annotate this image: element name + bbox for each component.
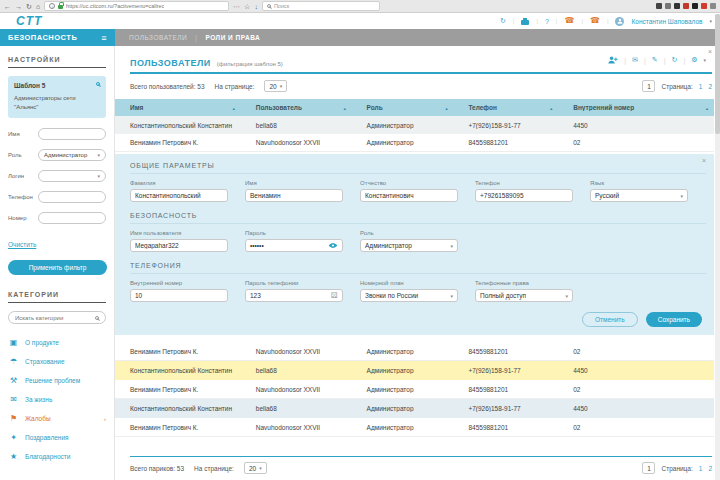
phone-rights-select[interactable]: Полный доступ ▾ [475, 289, 573, 302]
sync-icon[interactable]: ↻ [500, 17, 506, 25]
table-row[interactable]: Константинопольский Константин bella68 А… [115, 399, 714, 418]
filter-login-select[interactable]: ▾ [38, 170, 106, 182]
category-insurance[interactable]: ☂ Страхование [8, 352, 106, 371]
user-menu[interactable]: Константин Шаповалов [631, 18, 702, 25]
col-name[interactable]: Имя ▲▼ [115, 104, 241, 111]
categories-search[interactable] [8, 311, 106, 324]
gear-icon[interactable]: ⚙ [691, 56, 697, 64]
table-row[interactable]: Вениамин Петрович К. Navuhodonosor XXVII… [115, 134, 714, 152]
middlename-field[interactable] [365, 192, 453, 199]
extension-icon[interactable] [656, 3, 662, 9]
mail-icon[interactable]: ✉ [632, 56, 638, 64]
bookmark-star-icon[interactable]: ☆ [244, 3, 250, 10]
category-congrats[interactable]: ✦ Поздравления [8, 428, 106, 447]
home-icon[interactable]: ⌂ [36, 3, 40, 10]
module-security[interactable]: БЕЗОПАСНОСТЬ ≡ [0, 29, 115, 46]
filter-phone-input[interactable] [44, 194, 100, 200]
firstname-field[interactable] [250, 192, 338, 199]
forward-icon[interactable]: → [15, 3, 22, 10]
filter-role-select[interactable]: Администратор ▾ [38, 149, 106, 161]
back-icon[interactable]: ← [4, 3, 11, 10]
tel-password-field[interactable] [250, 292, 312, 299]
role-select[interactable]: Администратор ▾ [360, 239, 458, 252]
extension-icon[interactable] [665, 3, 671, 9]
avatar[interactable] [615, 17, 624, 26]
close-icon[interactable]: × [702, 157, 706, 164]
url-bar[interactable]: i https://uc.cttcom.ru/?activemenu=callr… [44, 1, 229, 11]
download-icon[interactable]: ↓ [254, 3, 258, 10]
refresh-icon[interactable]: ↻ [672, 56, 678, 64]
category-thanks[interactable]: ★ Благодарности [8, 447, 106, 466]
extension-icon[interactable] [683, 3, 689, 9]
per-page-value: 20 [269, 83, 276, 90]
page-1-link[interactable]: 1 [699, 83, 703, 90]
table-row[interactable]: Константинопольский Константин bella68 А… [115, 116, 714, 134]
scrollbar-thumb[interactable] [715, 14, 720, 134]
filter-number-input[interactable] [44, 215, 100, 221]
sort-icon[interactable]: ▲▼ [549, 107, 553, 111]
close-icon[interactable]: × [708, 48, 712, 55]
browser-search-input[interactable]: Поиск [262, 1, 380, 11]
category-complaints[interactable]: ⚑ Жалобы › [8, 409, 106, 428]
edit-icon[interactable]: ✎ [652, 56, 658, 64]
page-2-link[interactable]: 2 [708, 465, 712, 472]
person-icon [617, 18, 623, 24]
overflow-icon[interactable]: ⋯ [233, 3, 240, 10]
tab-roles[interactable]: РОЛИ И ПРАВА [205, 34, 260, 41]
per-page-select[interactable]: 20 ▾ [264, 80, 287, 92]
current-page-box[interactable]: 1 [642, 80, 655, 92]
help-icon[interactable]: ? [545, 18, 549, 25]
menu-icon[interactable]: ≡ [101, 33, 107, 43]
col-user[interactable]: Пользователь ▲▼ [241, 104, 352, 111]
cancel-button[interactable]: Отменить [582, 312, 638, 327]
current-page-box[interactable]: 1 [642, 462, 655, 474]
apply-filter-button[interactable]: Применить фильтр [8, 260, 107, 275]
page-2-link[interactable]: 2 [708, 83, 712, 90]
template-card[interactable]: Шаблон 5 Администраторы сети "Альянс" [8, 76, 106, 118]
template-search-icon[interactable] [96, 82, 100, 86]
extension-icon[interactable] [674, 3, 680, 9]
lastname-field[interactable] [135, 192, 223, 199]
filter-name-input[interactable] [44, 131, 100, 137]
footer-per-page-select[interactable]: 20 ▾ [244, 462, 267, 474]
phone-field[interactable] [480, 192, 568, 199]
col-extension[interactable]: Внутренний номер ▲▼ [558, 104, 714, 111]
tab-users[interactable]: ПОЛЬЗОВАТЕЛИ [129, 34, 187, 41]
extension-icon[interactable] [701, 3, 707, 9]
sort-icon[interactable]: ▲▼ [232, 107, 236, 111]
password-field[interactable] [250, 242, 312, 249]
username-field[interactable] [135, 242, 223, 249]
sort-icon[interactable]: ▲▼ [705, 107, 709, 111]
page-1-link[interactable]: 1 [699, 465, 703, 472]
col-phone[interactable]: Телефон ▲▼ [453, 104, 558, 111]
reload-icon[interactable]: ↻ [26, 3, 32, 10]
dial-plan-select[interactable]: Звонки по России ▾ [360, 289, 458, 302]
table-row[interactable]: Вениамин Петрович К. Navuhodonosor XXVII… [115, 342, 714, 361]
filter-login-label: Логин [8, 173, 38, 179]
telephony-section-title: ТЕЛЕФОНИЯ [130, 262, 706, 274]
table-row[interactable]: Вениамин Петрович К. Navuhodonosor XXVII… [115, 380, 714, 399]
generate-password-icon[interactable]: ⚄ [331, 292, 338, 300]
extension-icon[interactable] [710, 3, 716, 9]
extension-field[interactable] [135, 292, 223, 299]
calls-icon[interactable]: ☎ [590, 17, 600, 25]
extension-icon[interactable] [692, 3, 698, 9]
print-icon[interactable] [521, 20, 529, 25]
add-user-icon[interactable] [608, 56, 618, 64]
categories-search-input[interactable] [15, 315, 95, 321]
eye-icon[interactable] [328, 242, 338, 249]
scrollbar[interactable] [715, 14, 720, 480]
table-row[interactable]: Вениамин Петрович К. Navuhodonosor XXVII… [115, 418, 714, 437]
table-row-highlighted[interactable]: Константинопольский Константин bella68 А… [115, 361, 714, 380]
missed-calls-icon[interactable]: ☎ [564, 17, 574, 25]
category-life[interactable]: ✉ За жизнь [8, 390, 106, 409]
save-button[interactable]: Сохранить [646, 312, 702, 327]
category-problems[interactable]: ⚒ Решение проблем [8, 371, 106, 390]
category-product[interactable]: ▣ О продукте [8, 333, 106, 352]
sort-icon[interactable]: ▲▼ [444, 107, 448, 111]
col-role[interactable]: Роль ▲▼ [352, 104, 454, 111]
sort-icon[interactable]: ▲▼ [343, 107, 347, 111]
site-info-icon[interactable]: i [49, 3, 55, 9]
language-select[interactable]: Русский ▾ [590, 189, 688, 202]
clear-filter-link[interactable]: Очистить [8, 241, 36, 248]
